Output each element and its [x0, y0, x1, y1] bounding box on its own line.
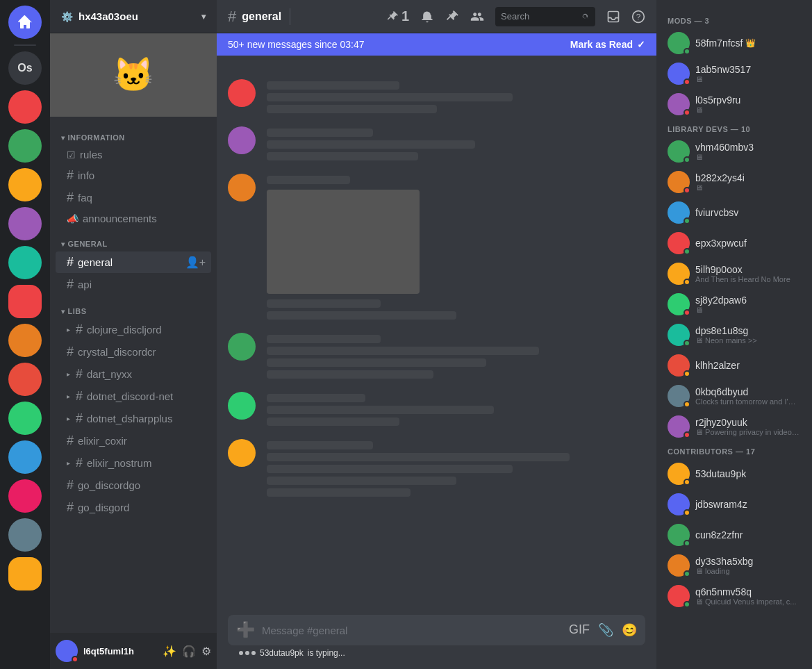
- settings-icon[interactable]: ⚙: [201, 645, 211, 658]
- activity-icon[interactable]: ✨: [163, 645, 176, 658]
- channel-name-clojure: clojure_discljord: [87, 324, 162, 336]
- member-name: sj8y2dpaw6: [695, 295, 801, 306]
- member-item-klhh2alzer[interactable]: klhh2alzer: [662, 350, 806, 381]
- server-icon-12[interactable]: [8, 518, 42, 552]
- member-item-fviurvcbsv[interactable]: fviurvcbsv: [662, 197, 806, 228]
- server-icon-2[interactable]: [8, 90, 42, 124]
- channel-item-api[interactable]: # api: [56, 274, 211, 295]
- headset-icon[interactable]: 🎧: [182, 645, 196, 658]
- channel-item-dotnet-dsharp[interactable]: ▸ # dotnet_dsharpplus: [56, 408, 211, 429]
- search-box[interactable]: [495, 7, 595, 26]
- channel-item-faq[interactable]: # faq: [56, 187, 211, 208]
- hash-icon: #: [76, 322, 83, 337]
- hash-icon: #: [67, 500, 74, 515]
- member-info: dy3s3ha5xbg 🖥 loading: [695, 556, 801, 575]
- pin-count[interactable]: 1: [386, 8, 409, 24]
- channel-item-rules[interactable]: ☑ rules: [56, 145, 211, 164]
- server-icon-7[interactable]: [8, 324, 42, 357]
- member-info: jdbswram4z: [695, 499, 801, 510]
- hash-icon: #: [67, 190, 74, 205]
- inbox-icon[interactable]: [606, 10, 620, 24]
- member-item-dps8e1u8sg[interactable]: dps8e1u8sg 🖥 Neon mains >>: [662, 320, 806, 350]
- member-item-vhm460mbv3[interactable]: vhm460mbv3 🖥: [662, 136, 806, 167]
- member-item-r2jhyz0yuuk[interactable]: r2jhyz0yuuk 🖥 Powering privacy in video …: [662, 411, 806, 442]
- search-input[interactable]: [501, 11, 577, 22]
- channel-name-dotnet-dsharp: dotnet_dsharpplus: [87, 413, 172, 424]
- add-attachment-button[interactable]: ➕: [236, 621, 255, 639]
- category-information-label: INFORMATION: [68, 133, 125, 142]
- member-item-q6n5nmv58q[interactable]: q6n5nmv58q 🖥 Quicuid Venus imperat, c...: [662, 581, 806, 611]
- channel-name-rules: rules: [80, 149, 103, 160]
- server-icon-4[interactable]: [8, 168, 42, 201]
- help-icon[interactable]: ?: [631, 10, 645, 24]
- channel-item-clojure[interactable]: ▸ # clojure_discljord: [56, 319, 211, 340]
- channel-item-elixir-nostrum[interactable]: ▸ # elixir_nostrum: [56, 452, 211, 474]
- pin-icon[interactable]: [445, 10, 459, 24]
- mark-as-read-button[interactable]: Mark as Read ✓: [570, 39, 645, 50]
- main-content: # general 1 ? 50+ new messages since 03:…: [217, 0, 656, 669]
- notification-icon[interactable]: [420, 10, 434, 24]
- gif-button[interactable]: GIF: [569, 622, 590, 638]
- member-name: klhh2alzer: [695, 360, 801, 371]
- svg-rect-0: [608, 11, 619, 22]
- channel-item-go-discordgo[interactable]: # go_discordgo: [56, 474, 211, 496]
- category-information[interactable]: ▾ INFORMATION: [50, 122, 217, 144]
- server-icon-10[interactable]: [8, 440, 42, 474]
- server-icon-6[interactable]: [8, 246, 42, 279]
- members-icon[interactable]: [470, 10, 484, 24]
- server-icon-9[interactable]: [8, 402, 42, 435]
- member-item-53dutau9pk[interactable]: 53dutau9pk: [662, 459, 806, 489]
- member-item-0kbq6dbyud[interactable]: 0kbq6dbyud Clocks turn tomorrow and I'm …: [662, 381, 806, 411]
- member-name: r2jhyz0yuuk: [695, 417, 801, 428]
- folder-icon-1[interactable]: [8, 285, 42, 318]
- member-info: sj8y2dpaw6 🖥: [695, 295, 801, 314]
- channel-item-info[interactable]: # info: [56, 165, 211, 186]
- member-avatar: [668, 415, 690, 438]
- member-item-l0s5rpv9ru[interactable]: l0s5rpv9ru 🖥: [662, 89, 806, 119]
- chat-area[interactable]: [217, 61, 656, 615]
- member-item-cun8z2zfnr[interactable]: cun8z2zfnr: [662, 520, 806, 550]
- category-general[interactable]: ▾ GENERAL: [50, 229, 217, 251]
- server-name: hx43a03oeu: [78, 10, 138, 22]
- member-item-b282x2ys4i[interactable]: b282x2ys4i 🖥: [662, 167, 806, 197]
- channel-item-elixir-coxir[interactable]: # elixir_coxir: [56, 430, 211, 452]
- channel-name-elixir-coxir: elixir_coxir: [78, 435, 127, 447]
- server-icon-8[interactable]: [8, 363, 42, 396]
- member-name: 58fm7nfcsf 👑: [695, 38, 801, 49]
- category-libs[interactable]: ▾ LIBS: [50, 296, 217, 318]
- folder-icon-2[interactable]: [8, 557, 42, 590]
- category-arrow-icon: ▾: [61, 308, 65, 315]
- server-icon-5[interactable]: [8, 207, 42, 240]
- discord-home-button[interactable]: [8, 6, 42, 39]
- add-member-icon[interactable]: 👤+: [185, 256, 206, 269]
- member-avatar: [668, 385, 690, 407]
- typing-indicator: 53dutau9pk is typing...: [228, 645, 645, 658]
- member-item-epx3xpwcuf[interactable]: epx3xpwcuf: [662, 228, 806, 258]
- member-info: 5ilh9p0oox And Then is Heard No More: [695, 264, 801, 283]
- channel-name-general: general: [78, 256, 113, 268]
- file-upload-icon[interactable]: 📎: [598, 622, 613, 638]
- member-item-jdbswram4z[interactable]: jdbswram4z: [662, 489, 806, 520]
- message-input[interactable]: [262, 625, 562, 636]
- emoji-button[interactable]: 😊: [622, 622, 637, 638]
- member-avatar: [668, 524, 690, 546]
- category-general-label: GENERAL: [68, 240, 108, 248]
- member-item-dy3s3ha5xbg[interactable]: dy3s3ha5xbg 🖥 loading: [662, 550, 806, 581]
- channel-item-crystal[interactable]: # crystal_discordcr: [56, 341, 211, 363]
- server-icon-11[interactable]: [8, 479, 42, 513]
- typing-dot-2: [245, 651, 249, 655]
- member-item-5ilh9p0oox[interactable]: 5ilh9p0oox And Then is Heard No More: [662, 258, 806, 289]
- channel-item-general[interactable]: # general 👤+: [56, 251, 211, 273]
- server-icon-os[interactable]: Os: [8, 51, 42, 85]
- server-header[interactable]: ⚙️ hx43a03oeu ▾: [50, 0, 217, 33]
- channel-item-go-disgord[interactable]: # go_disgord: [56, 497, 211, 518]
- member-item-sj8y2dpaw6[interactable]: sj8y2dpaw6 🖥: [662, 289, 806, 320]
- channel-item-dotnet-discord[interactable]: ▸ # dotnet_discord-net: [56, 386, 211, 407]
- channel-item-announcements[interactable]: 📣 announcements: [56, 209, 211, 228]
- member-item-1ab5nw3517[interactable]: 1ab5nw3517 🖥: [662, 58, 806, 89]
- member-name: 53dutau9pk: [695, 468, 801, 479]
- member-item-58fm7nfcsf[interactable]: 58fm7nfcsf 👑: [662, 28, 806, 58]
- channel-item-dart[interactable]: ▸ # dart_nyxx: [56, 363, 211, 385]
- server-icon-3[interactable]: [8, 129, 42, 163]
- member-avatar: [668, 171, 690, 193]
